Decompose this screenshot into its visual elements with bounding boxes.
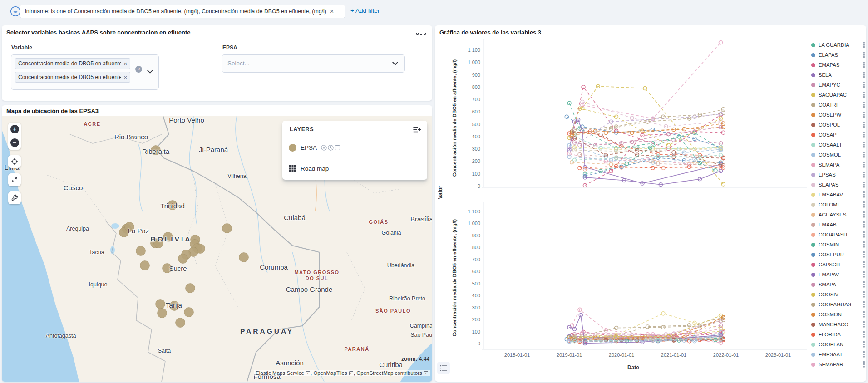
panel-options-icon[interactable] xyxy=(414,30,428,37)
data-point[interactable] xyxy=(661,312,665,315)
legend-item-saguapac[interactable]: SAGUAPAC xyxy=(811,90,865,100)
legend-label: COSAALT xyxy=(819,142,842,147)
layer-label: Road map xyxy=(301,165,329,172)
legend-item-emapas[interactable]: EMAPAS xyxy=(811,60,865,70)
legend-label: SEMAPAR xyxy=(819,362,843,367)
layer-item-epsa[interactable]: EPSA xyxy=(282,139,427,156)
legend-item-capsch[interactable]: CAPSCH xyxy=(811,260,865,270)
variable-chip[interactable]: Concentración media de DBO5 en efluente,… xyxy=(15,72,130,83)
epsa-location-point[interactable] xyxy=(154,239,163,248)
chart-panel: Gráfica de valores de las variables 3 1 … xyxy=(435,25,866,382)
legend-item-cosmol[interactable]: COSMOL xyxy=(811,150,865,160)
epsa-location-point[interactable] xyxy=(151,146,161,155)
legend-item-colomi[interactable]: COLOMI xyxy=(811,200,865,210)
legend-item-cosmin[interactable]: COSMIN xyxy=(811,240,865,250)
epsa-location-point[interactable] xyxy=(184,308,194,317)
collapse-panel-icon[interactable] xyxy=(413,126,421,133)
epsa-location-point[interactable] xyxy=(176,318,185,328)
series-line xyxy=(572,309,721,334)
legend-item-cosap[interactable]: COSAP xyxy=(811,130,865,140)
legend-item-smapa[interactable]: SMAPA xyxy=(811,280,865,290)
set-view-button[interactable] xyxy=(8,155,21,168)
legend-item-manchaco[interactable]: MANCHACO xyxy=(811,319,865,329)
data-point[interactable] xyxy=(719,41,723,44)
map-tools-button[interactable] xyxy=(8,192,21,204)
legend-toggle-button[interactable] xyxy=(437,362,450,374)
map-canvas[interactable]: ACREPorto VelhoRio BrancoRiberaltaJi-Par… xyxy=(2,116,432,382)
legend-item-florida[interactable]: FLORIDA xyxy=(811,329,865,339)
y-axis-tick: 600 xyxy=(472,269,480,274)
epsa-location-point[interactable] xyxy=(163,264,172,273)
epsa-location-point[interactable] xyxy=(156,300,165,309)
epsa-location-point[interactable] xyxy=(168,201,178,210)
legend-item-cosaalt[interactable]: COSAALT xyxy=(811,140,865,150)
legend-item-epsas[interactable]: EPSAS xyxy=(811,170,865,180)
epsa-location-point[interactable] xyxy=(125,222,134,232)
fullscreen-button[interactable] xyxy=(8,173,21,186)
legend-swatch xyxy=(811,93,815,97)
legend-item-cooplan[interactable]: COOPLAN xyxy=(811,339,865,349)
legend-item-coatri[interactable]: COATRI xyxy=(811,100,865,110)
legend-item-seapas[interactable]: SEAPAS xyxy=(811,180,865,190)
data-point[interactable] xyxy=(609,169,613,173)
clear-selection-icon[interactable]: × xyxy=(135,66,142,73)
epsa-location-point[interactable] xyxy=(186,284,195,293)
legend-scrollbar[interactable] xyxy=(865,41,865,373)
data-point[interactable] xyxy=(667,143,671,147)
epsa-location-point[interactable] xyxy=(178,254,188,264)
legend-item-semapar[interactable]: SEMAPAR xyxy=(811,359,865,369)
variable-chip[interactable]: Concentración media de DBO5 en afluente,… xyxy=(15,58,130,69)
y-axis-title: Concentración media de DBO5 en efluente,… xyxy=(452,219,457,336)
query-filter-icon[interactable] xyxy=(10,6,21,17)
legend-item-sela[interactable]: SELA xyxy=(811,70,865,80)
y-axis-tick: 400 xyxy=(472,293,480,298)
legend-item-coosiv[interactable]: COOSIV xyxy=(811,290,865,300)
external-link-icon: ↗ xyxy=(349,371,353,375)
epsa-location-point[interactable] xyxy=(158,309,167,318)
epsa-location-point[interactable] xyxy=(170,301,179,311)
data-point[interactable] xyxy=(721,108,725,111)
legend-item-cosmon[interactable]: COSMON xyxy=(811,309,865,319)
epsa-location-point[interactable] xyxy=(239,253,249,262)
zoom-out-button[interactable]: − xyxy=(10,138,19,147)
epsa-select[interactable]: Select... xyxy=(222,54,405,73)
attribution-link[interactable]: OpenStreetMap contributors xyxy=(356,370,422,376)
data-point[interactable] xyxy=(714,169,717,172)
legend-item-elapas[interactable]: ELAPAS xyxy=(811,50,865,60)
add-filter-button[interactable]: + Add filter xyxy=(350,7,380,14)
legend-item-cospol[interactable]: COSPOL xyxy=(811,120,865,130)
legend-swatch xyxy=(811,73,815,77)
chip-remove-icon[interactable]: × xyxy=(123,60,127,67)
epsa-location-point[interactable] xyxy=(163,232,173,242)
zoom-in-button[interactable]: + xyxy=(10,125,19,133)
filter-remove-icon[interactable]: × xyxy=(330,8,334,15)
legend-item-emapav[interactable]: EMAPAV xyxy=(811,270,865,280)
legend-item-aguayses[interactable]: AGUAYSES xyxy=(811,210,865,220)
filter-pill[interactable]: ininname: is one of Concentración media … xyxy=(20,5,345,18)
layer-badges xyxy=(321,145,340,151)
epsa-location-point[interactable] xyxy=(140,261,150,270)
legend-item-empsaat[interactable]: EMPSAAT xyxy=(811,349,865,359)
data-point[interactable] xyxy=(599,147,602,150)
legend-item-semapa[interactable]: SEMAPA xyxy=(811,160,865,170)
legend-swatch xyxy=(811,163,815,167)
chevron-down-icon[interactable] xyxy=(147,68,153,74)
variable-combobox[interactable]: Concentración media de DBO5 en afluente,… xyxy=(11,54,159,90)
epsa-location-point[interactable] xyxy=(136,246,146,256)
legend-item-emaab[interactable]: EMAAB xyxy=(811,220,865,230)
layer-item-roadmap[interactable]: Road map xyxy=(282,160,427,177)
legend-item-emapyc[interactable]: EMAPYC xyxy=(811,80,865,90)
legend-item-coopaguas[interactable]: COOPAGUAS xyxy=(811,300,865,309)
chip-remove-icon[interactable]: × xyxy=(123,74,127,81)
legend-item-cosepur[interactable]: COSEPUR xyxy=(811,250,865,260)
data-point[interactable] xyxy=(721,182,725,186)
legend-item-la-guardia[interactable]: LA GUARDIA xyxy=(811,40,865,50)
attribution-link[interactable]: OpenMapTiles xyxy=(313,370,347,376)
y-axis-tick: 100 xyxy=(472,329,480,334)
epsa-location-point[interactable] xyxy=(222,224,232,233)
legend-item-cooapash[interactable]: COOAPASH xyxy=(811,230,865,240)
legend-item-cosepw[interactable]: COSEPW xyxy=(811,110,865,120)
legend-item-emsabav[interactable]: EMSABAV xyxy=(811,190,865,200)
attribution-link[interactable]: Elastic Maps Service xyxy=(256,370,304,376)
y-axis-tick: 900 xyxy=(472,72,480,78)
